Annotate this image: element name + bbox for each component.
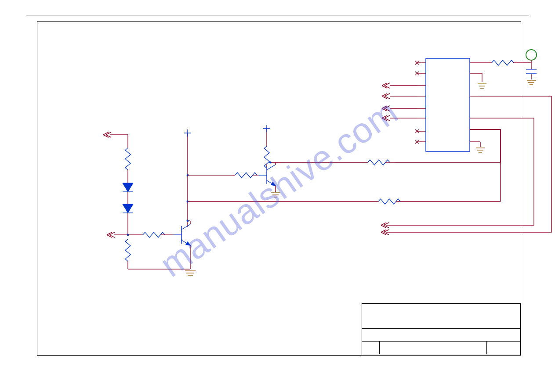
resistor-right-top xyxy=(492,60,514,65)
transistor-q2 xyxy=(259,165,276,186)
title-block-row-3 xyxy=(362,341,520,354)
test-pad-icon xyxy=(526,50,537,60)
ic-outline xyxy=(426,58,470,151)
page-root: manualshive.com xyxy=(0,0,555,392)
svg-marker-37 xyxy=(123,183,133,192)
offpage-bottom-right xyxy=(381,223,389,235)
plus-symbol-2 xyxy=(263,125,270,132)
svg-marker-32 xyxy=(271,182,276,186)
title-block-cell-b xyxy=(381,342,487,354)
schematic-frame: manualshive.com xyxy=(37,21,521,356)
offpage-q1-base xyxy=(107,232,115,237)
ic-left-ports xyxy=(382,83,417,121)
svg-line-42 xyxy=(181,224,190,230)
page-divider-top xyxy=(26,15,529,15)
gnd-cap xyxy=(527,80,536,85)
bus-wire-3 xyxy=(395,129,501,162)
gnd-q2 xyxy=(271,193,280,197)
transistor-q1 xyxy=(174,224,190,245)
title-block-row-1 xyxy=(362,304,520,328)
title-block-cell-a xyxy=(362,342,380,354)
node-q1-c xyxy=(187,220,189,222)
offpage-top-left xyxy=(103,132,111,137)
title-block xyxy=(362,303,521,355)
node-q2-ctop xyxy=(269,162,271,163)
gnd-q1 xyxy=(185,271,196,275)
svg-marker-39 xyxy=(123,204,133,213)
diode-1 xyxy=(123,183,133,192)
svg-line-30 xyxy=(267,165,276,170)
title-block-row-2 xyxy=(362,328,520,341)
resistor-left-top xyxy=(125,148,131,170)
svg-marker-44 xyxy=(186,242,190,245)
ic-right-gnd1 xyxy=(478,84,486,88)
bus-wire-1 xyxy=(386,96,551,232)
bus-wire-2 xyxy=(386,118,534,225)
ic-right-gnd2 xyxy=(476,148,485,152)
diode-2 xyxy=(123,204,133,213)
plus-symbol-1 xyxy=(184,129,191,137)
capacitor-right xyxy=(526,70,537,73)
wire-ic-wrap-to-pin xyxy=(470,129,501,201)
ic-pins-right xyxy=(470,63,493,142)
node-q1-base xyxy=(127,234,129,236)
resistor-q1-pulldown xyxy=(125,239,131,261)
